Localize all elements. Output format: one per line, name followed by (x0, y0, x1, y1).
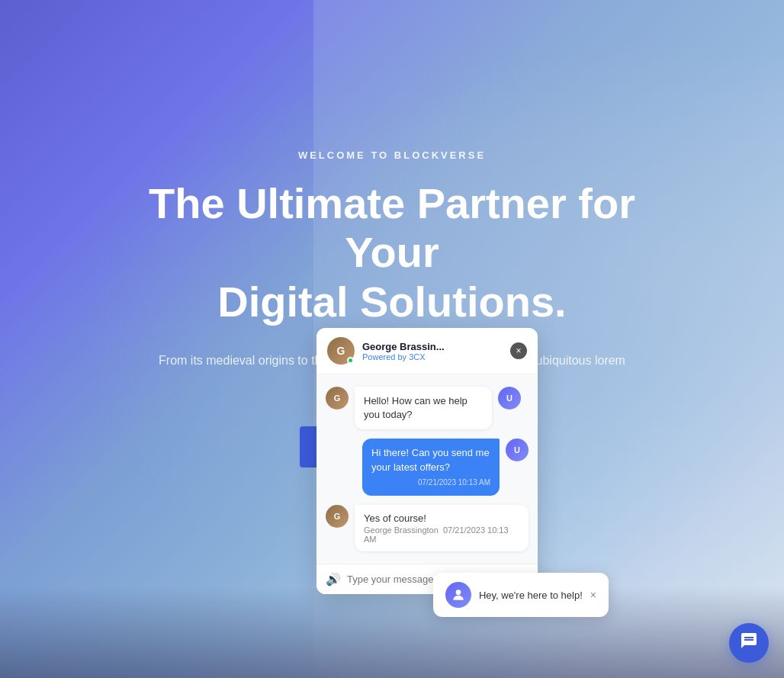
agent-avatar-msg1: G (326, 387, 349, 410)
notification-text: Hey, we're here to help! (479, 590, 583, 601)
agent-message-3-sender: George Brassington (364, 525, 439, 535)
chat-fab-button[interactable] (729, 623, 769, 663)
agent-avatar-msg3: G (326, 505, 349, 528)
chat-fab-icon (740, 631, 758, 654)
chat-messages: G Hello! How can we help you today? U U … (316, 374, 538, 564)
powered-by-text: Powered by (362, 352, 406, 361)
user-message-2-timestamp: 07/21/2023 10:13 AM (371, 477, 490, 488)
user-avatar-msg2: U (506, 439, 529, 461)
user-bubble-1: Hi there! Can you send me your latest of… (362, 439, 500, 495)
notification-avatar (445, 582, 471, 608)
chat-agent-name: George Brassin... (362, 341, 503, 352)
hero-title-line2: Digital Solutions. (217, 278, 566, 326)
agent-message-3-text: Yes of course! (364, 513, 519, 524)
notification-close-button[interactable]: × (590, 589, 596, 601)
chat-close-button[interactable]: × (510, 342, 527, 359)
user-avatar-right: U (498, 387, 521, 410)
hero-title-line1: The Ultimate Partner for Your (149, 179, 635, 276)
hero-title: The Ultimate Partner for Your Digital So… (125, 179, 659, 326)
volume-icon[interactable]: 🔊 (326, 572, 341, 586)
chat-agent-avatar: G (327, 337, 355, 365)
agent-message-1-text: Hello! How can we help you today? (364, 395, 468, 420)
powered-by-label: Powered by 3CX (362, 352, 503, 361)
message-row-3: G Yes of course! George Brassington 07/2… (326, 505, 529, 551)
agent-message-3-meta: George Brassington 07/21/2023 10:13 AM (364, 525, 519, 544)
chat-header-info: George Brassin... Powered by 3CX (362, 341, 503, 361)
chat-notification: Hey, we're here to help! × (433, 573, 609, 617)
user-message-2-text: Hi there! Can you send me your latest of… (371, 446, 490, 474)
chat-header: G George Brassin... Powered by 3CX × (316, 328, 538, 374)
chat-popup: G George Brassin... Powered by 3CX × G H… (316, 328, 538, 594)
agent-bubble-1: Hello! How can we help you today? (355, 387, 492, 429)
message-row-1: G Hello! How can we help you today? U (326, 387, 529, 429)
welcome-label: WELCOME TO BLOCKVERSE (298, 149, 486, 161)
agent-bubble-3: Yes of course! George Brassington 07/21/… (355, 505, 529, 551)
powered-by-brand: 3CX (409, 352, 425, 361)
message-row-2: U Hi there! Can you send me your latest … (326, 439, 529, 495)
online-status-dot (347, 357, 354, 364)
svg-point-0 (456, 590, 461, 595)
